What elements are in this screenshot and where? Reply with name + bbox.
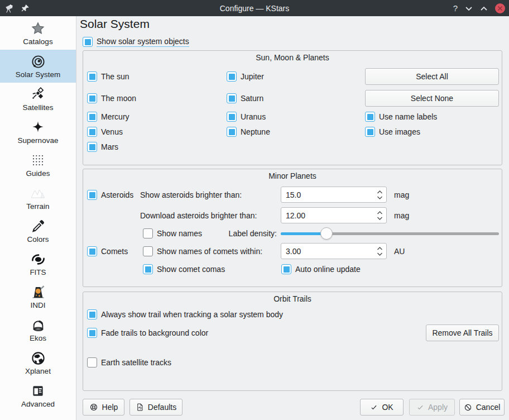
download-magnitude-spinbox[interactable]: 12.00 [281,207,387,223]
label-density-fill [281,232,326,235]
checkbox-label: The sun [101,72,129,81]
spinbox-arrows-icon[interactable] [377,210,383,221]
comets-checkbox[interactable]: Comets [87,244,128,259]
ok-button[interactable]: OK [360,399,404,416]
close-icon[interactable] [495,3,505,13]
the-sun-checkbox[interactable]: The sun [87,69,129,84]
window-title: Configure — KStars [220,4,290,13]
sidebar-item-ekos[interactable]: Ekos [0,313,76,346]
mercury-checkbox[interactable]: Mercury [87,109,129,124]
cancel-button[interactable]: Cancel [459,399,505,416]
use-name-labels-checkbox[interactable]: Use name labels [365,109,437,124]
checkbox-box[interactable] [87,357,97,367]
checkbox-box[interactable] [227,127,237,137]
the-moon-checkbox[interactable]: The moon [87,91,136,106]
spinbox-arrows-icon[interactable] [377,189,383,201]
checkbox-box[interactable] [227,112,237,122]
fade-trails-checkbox[interactable]: Fade trails to background color [87,326,208,340]
sidebar-item-guides[interactable]: Guides [0,149,76,182]
sidebar-item-satellites[interactable]: Satellites [0,83,76,116]
supernova-icon [30,120,46,135]
neptune-checkbox[interactable]: Neptune [227,125,270,139]
maximize-icon[interactable] [480,4,488,13]
checkbox-box[interactable] [143,228,153,238]
asteroids-checkbox[interactable]: Asteroids [87,188,133,202]
minimize-icon[interactable] [465,4,473,13]
show-names-checkbox[interactable]: Show names [143,226,202,241]
sidebar-item-colors[interactable]: Colors [0,214,76,247]
sidebar-item-label: Supernovae [18,136,59,145]
titlebar[interactable]: Configure — KStars ? [0,0,509,16]
select-none-button[interactable]: Select None [365,90,499,107]
venus-checkbox[interactable]: Venus [87,125,123,139]
checkbox-box[interactable] [87,328,97,338]
defaults-button[interactable]: Defaults [129,399,183,416]
slider-handle[interactable] [320,227,333,240]
remove-all-trails-button[interactable]: Remove All Trails [426,324,499,341]
checkbox-box[interactable] [83,37,93,47]
checkbox-label: Always show trail when tracking a solar … [101,310,283,319]
comet-names-au-spinbox[interactable]: 3.00 [281,243,387,259]
sidebar-item-indi[interactable]: INDI [0,280,76,313]
checkbox-box[interactable] [365,112,375,122]
sidebar-item-xplanet[interactable]: Xplanet [0,346,76,379]
sidebar-item-advanced[interactable]: Advanced [0,379,76,412]
sidebar-item-solar-system[interactable]: Solar System [0,50,76,83]
checkbox-box[interactable] [143,264,153,274]
checkbox-label[interactable]: Show solar system objects [97,37,189,47]
asteroid-magnitude-spinbox[interactable]: 15.0 [281,187,387,203]
earth-satellite-tracks-checkbox[interactable]: Earth satellite tracks [87,355,171,370]
checkbox-box[interactable] [87,246,97,256]
checkbox-box[interactable] [365,127,375,137]
au-unit-label: AU [394,244,405,259]
select-all-button[interactable]: Select All [365,68,499,85]
document-revert-icon [136,403,144,412]
show-solar-system-objects-checkbox[interactable]: Show solar system objects [83,35,189,49]
uranus-checkbox[interactable]: Uranus [227,109,266,124]
sidebar-item-label: Terrain [26,202,49,211]
show-comet-comas-checkbox[interactable]: Show comet comas [143,262,225,276]
galaxy-icon [30,251,46,267]
sidebar-item-fits[interactable]: FITS [0,247,76,280]
checkbox-label: Auto online update [295,265,361,274]
pin-icon[interactable] [20,3,30,13]
checkbox-box[interactable] [227,93,237,103]
checkbox-box[interactable] [87,112,97,122]
sidebar-item-terrain[interactable]: Terrain [0,182,76,214]
checkbox-box[interactable] [87,309,97,319]
spinbox-arrows-icon[interactable] [377,246,383,257]
checkbox-box[interactable] [227,71,237,82]
jupiter-checkbox[interactable]: Jupiter [227,69,264,84]
label-density-slider[interactable] [281,227,499,240]
checkbox-label: Mercury [101,112,129,121]
page-title: Solar System [80,17,150,31]
dome-icon [30,317,46,333]
checkbox-label: Fade trails to background color [101,328,208,337]
use-images-checkbox[interactable]: Use images [365,125,420,139]
checkbox-box[interactable] [87,127,97,137]
auto-online-update-checkbox[interactable]: Auto online update [281,262,361,276]
saturn-checkbox[interactable]: Saturn [227,91,263,106]
checkbox-label: Mars [101,142,118,151]
apply-button[interactable]: Apply [409,399,455,416]
checkbox-box[interactable] [87,142,97,152]
button-label: Remove All Trails [432,328,492,337]
checkbox-box[interactable] [87,71,97,82]
label-density-label: Label density: [217,226,277,241]
checkbox-box[interactable] [87,93,97,103]
sidebar-item-catalogs[interactable]: Catalogs [0,17,76,50]
spinbox-value[interactable]: 3.00 [286,247,377,256]
spinbox-value[interactable]: 12.00 [286,211,377,220]
help-icon[interactable]: ? [453,4,458,12]
checkbox-box[interactable] [281,264,291,274]
button-label: Select None [411,94,453,103]
sidebar-item-supernovae[interactable]: Supernovae [0,116,76,149]
checkbox-box[interactable] [143,246,153,256]
help-button[interactable]: Help [83,399,124,416]
checkbox-box[interactable] [87,190,97,200]
mars-checkbox[interactable]: Mars [87,140,118,154]
main-panel: Solar System Show solar system objects S… [76,16,509,420]
always-show-trail-checkbox[interactable]: Always show trail when tracking a solar … [87,307,283,322]
comet-names-within-checkbox[interactable]: Show names of comets within: [143,244,262,259]
spinbox-value[interactable]: 15.0 [286,190,377,199]
